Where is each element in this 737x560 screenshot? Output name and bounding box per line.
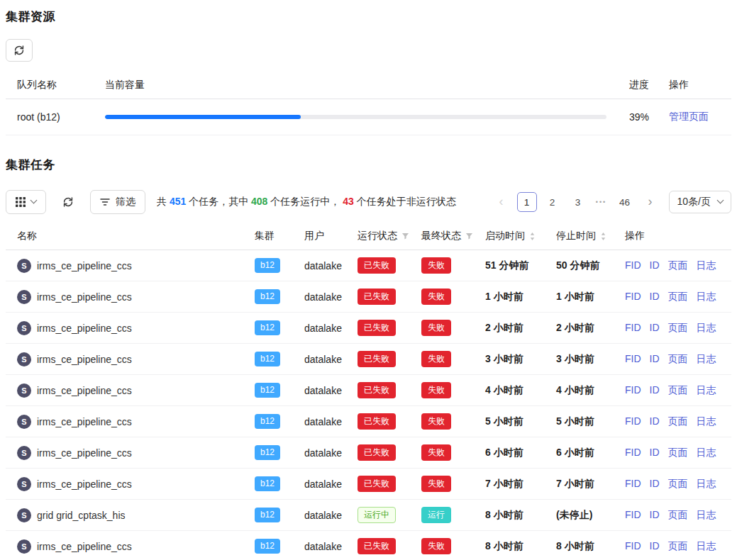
task-action-link-fid[interactable]: FID <box>625 353 641 364</box>
task-action-link-日志[interactable]: 日志 <box>697 353 716 364</box>
col-run-status[interactable]: 运行状态 <box>346 223 410 250</box>
pagination-page-1[interactable]: 1 <box>517 192 537 212</box>
task-action-link-fid[interactable]: FID <box>625 322 641 333</box>
view-switch-button[interactable] <box>6 190 46 214</box>
run-status-badge: 已失败 <box>358 476 396 492</box>
stop-time: 7 小时前 <box>545 469 614 500</box>
sorter-icon[interactable] <box>529 232 536 241</box>
start-time: 51 分钟前 <box>474 250 545 281</box>
run-status-badge: 已失败 <box>358 351 396 367</box>
pagination-page-3[interactable]: 3 <box>568 192 588 212</box>
table-row: Sirms_ce_pipeline_ccsb12datalake已失败失败6 小… <box>6 437 731 469</box>
table-row: Sirms_ce_pipeline_ccsb12datalake已失败失败51 … <box>6 250 731 281</box>
tasks-refresh-button[interactable] <box>57 191 79 213</box>
task-action-link-页面[interactable]: 页面 <box>668 291 688 302</box>
task-action-link-日志[interactable]: 日志 <box>697 447 716 458</box>
task-action-link-页面[interactable]: 页面 <box>668 540 688 551</box>
final-status-badge: 失败 <box>421 382 451 398</box>
spark-avatar-icon: S <box>17 508 31 522</box>
task-action-link-id[interactable]: ID <box>650 291 660 302</box>
task-action-link-id[interactable]: ID <box>650 540 660 551</box>
pagination-prev-icon[interactable]: ‹ <box>492 192 511 212</box>
spark-avatar-icon: S <box>17 446 31 460</box>
task-action-link-id[interactable]: ID <box>650 353 660 364</box>
tasks-toolbar: 筛选 共 451 个任务，其中 408 个任务运行中， 43 个任务处于非运行状… <box>6 190 731 214</box>
cluster-badge: b12 <box>255 539 280 554</box>
task-action-link-fid[interactable]: FID <box>625 447 641 458</box>
col-final-status[interactable]: 最终状态 <box>410 223 474 250</box>
task-action-link-fid[interactable]: FID <box>625 259 641 271</box>
spark-avatar-icon: S <box>17 415 31 429</box>
pagination-ellipsis[interactable]: ••• <box>594 198 609 206</box>
task-action-link-页面[interactable]: 页面 <box>668 447 688 458</box>
spark-avatar-icon: S <box>17 321 31 335</box>
task-action-link-id[interactable]: ID <box>650 384 660 396</box>
task-name: irms_ce_pipeline_ccs <box>37 260 132 271</box>
task-action-link-日志[interactable]: 日志 <box>697 478 716 489</box>
tasks-table: 名称 集群 用户 运行状态 最终状态 启动时间 停止时间 <box>6 223 731 560</box>
table-row: Sirms_ce_pipeline_ccsb12datalake已失败失败8 小… <box>6 531 731 560</box>
filter-funnel-icon[interactable] <box>465 233 473 240</box>
task-user: datalake <box>293 406 346 437</box>
capacity-progress-fill <box>105 115 301 119</box>
task-action-link-id[interactable]: ID <box>650 447 660 458</box>
task-action-link-页面[interactable]: 页面 <box>668 509 688 520</box>
run-status-badge: 已失败 <box>358 320 396 336</box>
filter-button[interactable]: 筛选 <box>90 190 145 214</box>
task-action-link-日志[interactable]: 日志 <box>697 322 716 333</box>
task-action-link-fid[interactable]: FID <box>625 478 641 489</box>
task-action-link-页面[interactable]: 页面 <box>668 384 688 396</box>
filter-button-label: 筛选 <box>116 196 135 208</box>
col-queue-name: 队列名称 <box>6 72 94 99</box>
resources-header-row: 队列名称 当前容量 进度 操作 <box>6 72 731 99</box>
task-action-link-页面[interactable]: 页面 <box>668 478 688 489</box>
start-time: 8 小时前 <box>474 531 545 560</box>
task-action-link-日志[interactable]: 日志 <box>697 415 716 427</box>
task-name: irms_ce_pipeline_ccs <box>37 385 132 396</box>
task-user: datalake <box>293 437 346 469</box>
task-action-link-日志[interactable]: 日志 <box>697 540 716 551</box>
task-action-link-fid[interactable]: FID <box>625 384 641 396</box>
task-action-link-日志[interactable]: 日志 <box>697 384 716 396</box>
task-action-link-fid[interactable]: FID <box>625 540 641 551</box>
pagination-page-2[interactable]: 2 <box>543 192 563 212</box>
manage-page-link[interactable]: 管理页面 <box>669 111 709 122</box>
task-action-link-页面[interactable]: 页面 <box>668 415 688 427</box>
start-time: 8 小时前 <box>474 500 545 531</box>
task-action-link-id[interactable]: ID <box>650 509 660 520</box>
task-action-link-id[interactable]: ID <box>650 415 660 427</box>
task-name: irms_ce_pipeline_ccs <box>37 541 132 552</box>
run-status-badge: 已失败 <box>358 257 396 274</box>
final-status-badge: 失败 <box>421 351 451 367</box>
task-action-link-日志[interactable]: 日志 <box>697 259 716 271</box>
cluster-badge: b12 <box>255 508 280 522</box>
start-time: 3 小时前 <box>474 344 545 375</box>
task-action-link-日志[interactable]: 日志 <box>697 509 716 520</box>
sorter-icon[interactable] <box>600 232 606 241</box>
filter-funnel-icon[interactable] <box>401 233 409 240</box>
task-action-link-fid[interactable]: FID <box>625 291 641 302</box>
task-action-link-id[interactable]: ID <box>650 322 660 333</box>
cluster-badge: b12 <box>255 414 280 429</box>
task-action-link-页面[interactable]: 页面 <box>668 353 688 364</box>
col-start-time[interactable]: 启动时间 <box>474 223 545 250</box>
task-action-link-id[interactable]: ID <box>650 259 660 271</box>
run-status-badge: 已失败 <box>358 413 396 430</box>
task-user: datalake <box>293 500 346 531</box>
task-action-link-id[interactable]: ID <box>650 478 660 489</box>
resources-refresh-button[interactable] <box>6 39 33 62</box>
stop-time: 4 小时前 <box>545 375 614 406</box>
task-action-link-日志[interactable]: 日志 <box>697 291 716 302</box>
refresh-icon <box>13 45 25 56</box>
pagination-page-46[interactable]: 46 <box>615 192 635 212</box>
pagination-next-icon[interactable]: › <box>641 192 660 212</box>
task-action-link-fid[interactable]: FID <box>625 509 641 520</box>
task-action-link-页面[interactable]: 页面 <box>668 259 688 271</box>
stop-time: (未停止) <box>545 500 614 531</box>
cluster-resources-title: 集群资源 <box>6 9 731 25</box>
col-stop-time[interactable]: 停止时间 <box>545 223 614 250</box>
task-action-link-fid[interactable]: FID <box>625 415 641 427</box>
stop-time: 5 小时前 <box>545 406 614 437</box>
page-size-select[interactable]: 10条/页 <box>669 191 731 213</box>
task-action-link-页面[interactable]: 页面 <box>668 322 688 333</box>
